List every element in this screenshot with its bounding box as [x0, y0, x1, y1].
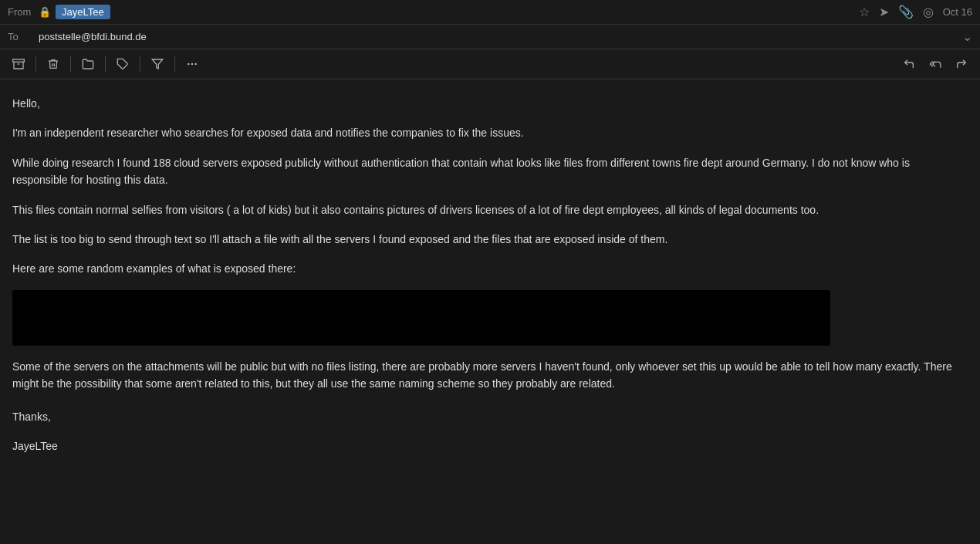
greeting: Hello, — [12, 95, 968, 112]
from-content: 🔒 JayeLTee — [39, 5, 859, 19]
date: Oct 16 — [943, 6, 972, 18]
divider-3 — [105, 56, 106, 72]
thanks-text: Thanks, — [12, 408, 968, 425]
signal-icon[interactable]: ◎ — [923, 5, 934, 19]
star-icon[interactable]: ☆ — [859, 5, 870, 19]
expand-icon[interactable]: ⌄ — [962, 29, 972, 44]
body-line3: This files contain normal selfies from v… — [12, 201, 968, 218]
tag-button[interactable] — [110, 54, 135, 74]
archive-button[interactable] — [6, 54, 31, 74]
divider-4 — [140, 56, 140, 72]
reply-all-button[interactable] — [923, 54, 948, 74]
body-line4: The list is too big to send through text… — [12, 231, 968, 248]
svg-point-6 — [195, 63, 196, 64]
svg-point-5 — [191, 63, 192, 64]
more-button[interactable] — [180, 54, 204, 74]
forward-button[interactable] — [949, 54, 974, 74]
to-label: To — [8, 31, 39, 42]
from-label: From — [8, 6, 39, 18]
divider-5 — [174, 56, 175, 72]
svg-point-4 — [188, 63, 189, 64]
svg-marker-3 — [152, 59, 162, 69]
email-body: Hello, I'm an independent researcher who… — [0, 79, 980, 470]
reply-button[interactable] — [897, 54, 921, 74]
delete-button[interactable] — [41, 54, 66, 74]
move-button[interactable] — [76, 54, 100, 74]
toolbar-right — [897, 54, 974, 74]
body-line2: While doing research I found 188 cloud s… — [12, 154, 968, 189]
email-viewer: From 🔒 JayeLTee ☆ ➤ 📎 ◎ Oct 16 To postst… — [0, 0, 980, 470]
lock-icon: 🔒 — [39, 6, 51, 18]
to-email: poststelle@bfdi.bund.de — [39, 31, 962, 42]
body-line6: Some of the servers on the attachments w… — [12, 358, 968, 393]
image-placeholder — [12, 290, 830, 346]
body-line1: I'm an independent researcher who search… — [12, 124, 968, 141]
toolbar — [0, 49, 980, 79]
signature-block: Thanks, JayeLTee — [12, 408, 968, 455]
signature-name: JayeLTee — [12, 438, 968, 454]
body-line5: Here are some random examples of what is… — [12, 260, 968, 277]
divider-2 — [70, 56, 71, 72]
sender-name: JayeLTee — [56, 5, 110, 19]
to-row: To poststelle@bfdi.bund.de ⌄ — [0, 25, 980, 49]
paperclip-icon[interactable]: 📎 — [898, 5, 914, 19]
from-row: From 🔒 JayeLTee ☆ ➤ 📎 ◎ Oct 16 — [0, 0, 980, 25]
filter-button[interactable] — [145, 54, 170, 74]
header-actions: ☆ ➤ 📎 ◎ Oct 16 — [859, 5, 972, 19]
send-icon[interactable]: ➤ — [879, 5, 889, 19]
svg-rect-0 — [13, 59, 25, 62]
divider-1 — [35, 56, 36, 72]
